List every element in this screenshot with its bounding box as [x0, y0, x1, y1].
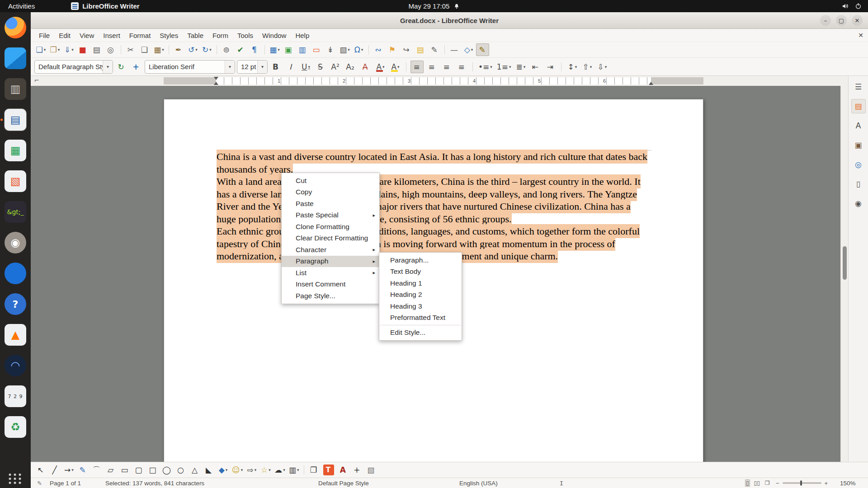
ellipse-icon[interactable]: ◯: [160, 464, 174, 476]
block-arrows-icon[interactable]: ⇨ ▾: [245, 464, 258, 476]
submenu-item-heading-3[interactable]: Heading 3: [379, 300, 462, 312]
menu-item-clear-direct-formatting[interactable]: Clear Direct Formatting: [282, 233, 379, 244]
vscode-icon[interactable]: [5, 47, 26, 69]
track-changes-icon[interactable]: ✎: [428, 43, 441, 56]
paste-icon[interactable]: ▦ ▾: [152, 43, 165, 56]
blue-app-icon[interactable]: [5, 263, 26, 284]
submenu-item-text-body[interactable]: Text Body: [379, 266, 462, 278]
gimp-icon[interactable]: ◉: [5, 232, 26, 253]
ordered-list-button[interactable]: 1≡ ▾: [495, 61, 513, 73]
menu-bar-item[interactable]: File: [34, 30, 54, 41]
activities-button[interactable]: Activities: [8, 2, 35, 10]
close-document-button[interactable]: ✕: [858, 32, 863, 39]
formatting-marks-icon[interactable]: ¶: [248, 43, 261, 56]
open-file-icon[interactable]: ❐ ▾: [48, 43, 61, 56]
help-icon[interactable]: ?: [5, 293, 26, 315]
firefox-icon[interactable]: [5, 17, 26, 38]
export-pdf-icon[interactable]: ■: [76, 43, 90, 56]
outline-list-button[interactable]: ≣ ▾: [514, 61, 527, 73]
insert-field-icon[interactable]: ▧ ▾: [338, 43, 351, 56]
update-style-icon[interactable]: ↻: [115, 61, 128, 73]
menu-bar-item[interactable]: Insert: [99, 30, 125, 41]
italic-button[interactable]: I: [284, 61, 297, 73]
select-icon[interactable]: ↖: [34, 464, 47, 476]
page-panel-icon[interactable]: ▯: [851, 177, 866, 191]
insert-line-icon[interactable]: ╱: [48, 464, 61, 476]
submenu-item-preformatted-text[interactable]: Preformatted Text: [379, 312, 462, 324]
clock-menu[interactable]: May 29 17:05: [409, 2, 460, 10]
lines-and-arrows-icon[interactable]: → ▾: [62, 464, 75, 476]
menu-bar-item[interactable]: Styles: [155, 30, 183, 41]
archive-manager-icon[interactable]: ▥: [5, 78, 26, 100]
flowchart-shapes-icon[interactable]: ▥ ▾: [288, 464, 301, 476]
scrollbar-thumb[interactable]: [843, 246, 847, 280]
insert-text-box-icon[interactable]: ▭: [310, 43, 323, 56]
menu-bar-item[interactable]: Edit: [54, 30, 75, 41]
decrease-indent-button[interactable]: ⇤: [529, 61, 542, 73]
libreoffice-calc-icon[interactable]: ▦: [5, 140, 26, 161]
insert-comment-icon[interactable]: ▤: [414, 43, 427, 56]
recycle-icon[interactable]: ♻: [5, 416, 26, 438]
unordered-list-button[interactable]: •≡ ▾: [477, 61, 494, 73]
single-page-view-icon[interactable]: ▯: [745, 479, 750, 487]
align-center-button[interactable]: ≡: [425, 61, 439, 73]
line-spacing-button[interactable]: ↕ ▾: [566, 61, 579, 73]
insert-chart-icon[interactable]: ▥: [296, 43, 309, 56]
callout-shapes-icon[interactable]: ☁ ▾: [273, 464, 287, 476]
menu-item-paste-special[interactable]: Paste Special ▸: [282, 210, 379, 221]
style-inspector-icon[interactable]: ◉: [851, 196, 866, 211]
libreoffice-writer-icon[interactable]: ▤: [5, 109, 26, 131]
insert-image-icon[interactable]: ▣: [282, 43, 295, 56]
zoom-slider-thumb[interactable]: [800, 481, 802, 486]
save-icon[interactable]: ⇓ ▾: [62, 43, 75, 56]
square-icon[interactable]: □: [146, 464, 160, 476]
menu-bar-item[interactable]: Window: [258, 30, 291, 41]
new-document-icon[interactable]: ❏ ▾: [34, 43, 47, 56]
submenu-item-heading-2[interactable]: Heading 2: [379, 289, 462, 301]
polygon-icon[interactable]: ▱: [104, 464, 118, 476]
paragraph-style-select[interactable]: Default Paragraph Styl ▾: [34, 60, 113, 74]
spelling-icon[interactable]: ✔: [234, 43, 247, 56]
transformations-icon[interactable]: ❐: [307, 464, 321, 476]
menu-bar-item[interactable]: Help: [291, 30, 314, 41]
close-button[interactable]: ✕: [852, 15, 863, 26]
chevron-down-icon[interactable]: ▾: [225, 61, 235, 73]
window-titlebar[interactable]: Great.docx - LibreOffice Writer –▢✕: [31, 12, 868, 29]
styles-icon[interactable]: A: [851, 118, 866, 133]
vertical-scrollbar[interactable]: [840, 86, 848, 462]
cross-reference-icon[interactable]: ↪: [400, 43, 413, 56]
zoom-in-button[interactable]: +: [825, 480, 828, 487]
menu-item-paragraph[interactable]: Paragraph ▸: [282, 256, 379, 267]
circle-icon[interactable]: ○: [175, 464, 188, 476]
insert-text-box-icon[interactable]: T: [323, 465, 334, 475]
minimize-button[interactable]: –: [820, 15, 831, 26]
rectangle-icon[interactable]: ▭: [118, 464, 132, 476]
left-indent-marker[interactable]: [214, 82, 218, 85]
properties-icon[interactable]: ▤: [851, 99, 866, 113]
print-preview-icon[interactable]: ◎: [104, 43, 118, 56]
chevron-down-icon[interactable]: ▾: [257, 61, 267, 73]
horizontal-line-icon[interactable]: —: [448, 43, 461, 56]
page-number-status[interactable]: Page 1 of 1: [50, 480, 81, 487]
menu-item-list[interactable]: List ▸: [282, 267, 379, 279]
page-break-icon[interactable]: ↡: [324, 43, 337, 56]
vlc-icon[interactable]: ▲: [5, 324, 26, 346]
align-right-button[interactable]: ≡: [440, 61, 453, 73]
zoom-level[interactable]: 150%: [840, 480, 856, 487]
chevron-down-icon[interactable]: ▾: [103, 61, 113, 73]
justify-button[interactable]: ≡: [455, 61, 468, 73]
submenu-item-heading-1[interactable]: Heading 1: [379, 277, 462, 289]
menu-item-clone-formatting[interactable]: Clone Formatting: [282, 221, 379, 233]
freeform-line-icon[interactable]: ✎: [76, 464, 90, 476]
superscript-button[interactable]: A²: [329, 61, 342, 73]
stars-banners-icon[interactable]: ☆ ▾: [259, 464, 272, 476]
word-count-status[interactable]: Selected: 137 words, 841 characters: [105, 480, 204, 487]
hyperlink-icon[interactable]: ∾: [372, 43, 385, 56]
print-icon[interactable]: ▤: [90, 43, 104, 56]
terminal-icon[interactable]: &gt;_: [5, 201, 26, 223]
language-status[interactable]: English (USA): [459, 480, 498, 487]
system-status-area[interactable]: [842, 3, 862, 9]
menu-item-character[interactable]: Character ▸: [282, 244, 379, 256]
right-indent-marker[interactable]: [649, 82, 653, 85]
multiple-page-view-icon[interactable]: ▯▯: [753, 479, 761, 487]
